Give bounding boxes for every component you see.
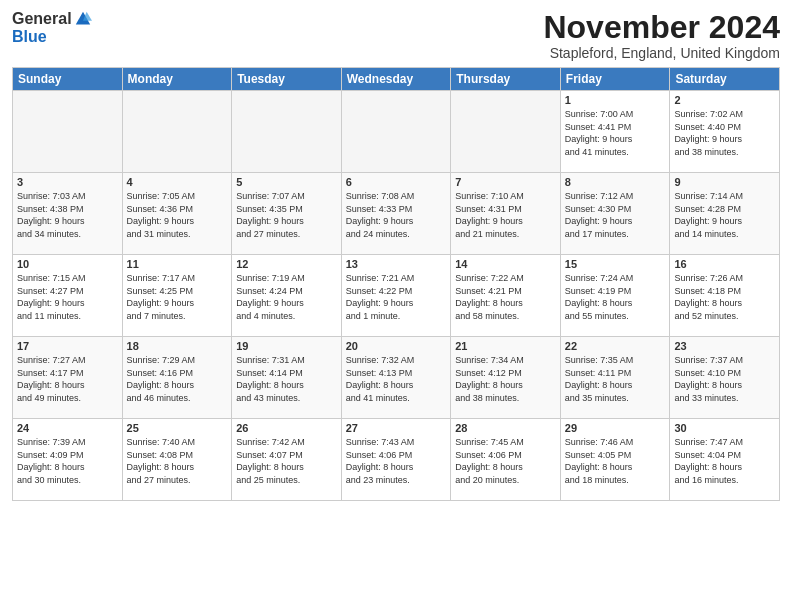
calendar-cell: 26Sunrise: 7:42 AM Sunset: 4:07 PM Dayli… <box>232 419 342 501</box>
calendar-cell <box>13 91 123 173</box>
day-number: 30 <box>674 422 775 434</box>
day-number: 16 <box>674 258 775 270</box>
day-number: 1 <box>565 94 666 106</box>
day-info: Sunrise: 7:02 AM Sunset: 4:40 PM Dayligh… <box>674 108 775 158</box>
calendar-cell: 29Sunrise: 7:46 AM Sunset: 4:05 PM Dayli… <box>560 419 670 501</box>
logo-icon <box>74 10 92 28</box>
calendar-cell: 19Sunrise: 7:31 AM Sunset: 4:14 PM Dayli… <box>232 337 342 419</box>
day-number: 23 <box>674 340 775 352</box>
calendar-header-thursday: Thursday <box>451 68 561 91</box>
month-title: November 2024 <box>543 10 780 45</box>
calendar-cell: 12Sunrise: 7:19 AM Sunset: 4:24 PM Dayli… <box>232 255 342 337</box>
day-info: Sunrise: 7:15 AM Sunset: 4:27 PM Dayligh… <box>17 272 118 322</box>
day-info: Sunrise: 7:27 AM Sunset: 4:17 PM Dayligh… <box>17 354 118 404</box>
day-info: Sunrise: 7:24 AM Sunset: 4:19 PM Dayligh… <box>565 272 666 322</box>
calendar-cell: 30Sunrise: 7:47 AM Sunset: 4:04 PM Dayli… <box>670 419 780 501</box>
calendar-cell: 28Sunrise: 7:45 AM Sunset: 4:06 PM Dayli… <box>451 419 561 501</box>
day-info: Sunrise: 7:00 AM Sunset: 4:41 PM Dayligh… <box>565 108 666 158</box>
day-number: 3 <box>17 176 118 188</box>
calendar-cell <box>232 91 342 173</box>
calendar-cell: 8Sunrise: 7:12 AM Sunset: 4:30 PM Daylig… <box>560 173 670 255</box>
calendar-cell: 13Sunrise: 7:21 AM Sunset: 4:22 PM Dayli… <box>341 255 451 337</box>
day-number: 8 <box>565 176 666 188</box>
calendar-cell: 4Sunrise: 7:05 AM Sunset: 4:36 PM Daylig… <box>122 173 232 255</box>
day-number: 29 <box>565 422 666 434</box>
day-info: Sunrise: 7:39 AM Sunset: 4:09 PM Dayligh… <box>17 436 118 486</box>
day-info: Sunrise: 7:42 AM Sunset: 4:07 PM Dayligh… <box>236 436 337 486</box>
calendar-cell: 2Sunrise: 7:02 AM Sunset: 4:40 PM Daylig… <box>670 91 780 173</box>
day-number: 25 <box>127 422 228 434</box>
location: Stapleford, England, United Kingdom <box>543 45 780 61</box>
day-info: Sunrise: 7:07 AM Sunset: 4:35 PM Dayligh… <box>236 190 337 240</box>
day-info: Sunrise: 7:45 AM Sunset: 4:06 PM Dayligh… <box>455 436 556 486</box>
day-info: Sunrise: 7:12 AM Sunset: 4:30 PM Dayligh… <box>565 190 666 240</box>
day-info: Sunrise: 7:10 AM Sunset: 4:31 PM Dayligh… <box>455 190 556 240</box>
calendar-cell: 18Sunrise: 7:29 AM Sunset: 4:16 PM Dayli… <box>122 337 232 419</box>
day-info: Sunrise: 7:22 AM Sunset: 4:21 PM Dayligh… <box>455 272 556 322</box>
calendar-cell: 1Sunrise: 7:00 AM Sunset: 4:41 PM Daylig… <box>560 91 670 173</box>
day-info: Sunrise: 7:03 AM Sunset: 4:38 PM Dayligh… <box>17 190 118 240</box>
calendar-cell: 22Sunrise: 7:35 AM Sunset: 4:11 PM Dayli… <box>560 337 670 419</box>
day-number: 4 <box>127 176 228 188</box>
calendar-header-tuesday: Tuesday <box>232 68 342 91</box>
day-info: Sunrise: 7:43 AM Sunset: 4:06 PM Dayligh… <box>346 436 447 486</box>
title-section: November 2024 Stapleford, England, Unite… <box>543 10 780 61</box>
day-info: Sunrise: 7:31 AM Sunset: 4:14 PM Dayligh… <box>236 354 337 404</box>
day-number: 20 <box>346 340 447 352</box>
calendar-cell <box>451 91 561 173</box>
day-info: Sunrise: 7:19 AM Sunset: 4:24 PM Dayligh… <box>236 272 337 322</box>
day-info: Sunrise: 7:47 AM Sunset: 4:04 PM Dayligh… <box>674 436 775 486</box>
calendar-cell <box>122 91 232 173</box>
calendar-cell: 10Sunrise: 7:15 AM Sunset: 4:27 PM Dayli… <box>13 255 123 337</box>
day-number: 17 <box>17 340 118 352</box>
calendar-cell: 23Sunrise: 7:37 AM Sunset: 4:10 PM Dayli… <box>670 337 780 419</box>
calendar-week-row: 1Sunrise: 7:00 AM Sunset: 4:41 PM Daylig… <box>13 91 780 173</box>
calendar-cell: 11Sunrise: 7:17 AM Sunset: 4:25 PM Dayli… <box>122 255 232 337</box>
day-number: 19 <box>236 340 337 352</box>
logo: General Blue <box>12 10 92 46</box>
page-container: General Blue November 2024 Stapleford, E… <box>0 0 792 612</box>
day-number: 22 <box>565 340 666 352</box>
calendar-cell: 21Sunrise: 7:34 AM Sunset: 4:12 PM Dayli… <box>451 337 561 419</box>
day-info: Sunrise: 7:35 AM Sunset: 4:11 PM Dayligh… <box>565 354 666 404</box>
day-number: 13 <box>346 258 447 270</box>
calendar-cell: 16Sunrise: 7:26 AM Sunset: 4:18 PM Dayli… <box>670 255 780 337</box>
calendar-cell <box>341 91 451 173</box>
day-info: Sunrise: 7:05 AM Sunset: 4:36 PM Dayligh… <box>127 190 228 240</box>
day-info: Sunrise: 7:26 AM Sunset: 4:18 PM Dayligh… <box>674 272 775 322</box>
day-number: 28 <box>455 422 556 434</box>
day-number: 14 <box>455 258 556 270</box>
day-number: 15 <box>565 258 666 270</box>
calendar-header-monday: Monday <box>122 68 232 91</box>
calendar-header-row: SundayMondayTuesdayWednesdayThursdayFrid… <box>13 68 780 91</box>
calendar-cell: 15Sunrise: 7:24 AM Sunset: 4:19 PM Dayli… <box>560 255 670 337</box>
day-number: 5 <box>236 176 337 188</box>
calendar-cell: 7Sunrise: 7:10 AM Sunset: 4:31 PM Daylig… <box>451 173 561 255</box>
calendar-cell: 9Sunrise: 7:14 AM Sunset: 4:28 PM Daylig… <box>670 173 780 255</box>
day-number: 18 <box>127 340 228 352</box>
day-info: Sunrise: 7:29 AM Sunset: 4:16 PM Dayligh… <box>127 354 228 404</box>
header: General Blue November 2024 Stapleford, E… <box>12 10 780 61</box>
day-number: 21 <box>455 340 556 352</box>
calendar-cell: 25Sunrise: 7:40 AM Sunset: 4:08 PM Dayli… <box>122 419 232 501</box>
calendar-cell: 24Sunrise: 7:39 AM Sunset: 4:09 PM Dayli… <box>13 419 123 501</box>
calendar-cell: 27Sunrise: 7:43 AM Sunset: 4:06 PM Dayli… <box>341 419 451 501</box>
logo-general-text: General <box>12 10 72 28</box>
logo-blue-text: Blue <box>12 28 47 46</box>
calendar-header-friday: Friday <box>560 68 670 91</box>
day-info: Sunrise: 7:17 AM Sunset: 4:25 PM Dayligh… <box>127 272 228 322</box>
day-number: 7 <box>455 176 556 188</box>
day-info: Sunrise: 7:40 AM Sunset: 4:08 PM Dayligh… <box>127 436 228 486</box>
day-number: 6 <box>346 176 447 188</box>
calendar-week-row: 17Sunrise: 7:27 AM Sunset: 4:17 PM Dayli… <box>13 337 780 419</box>
day-number: 27 <box>346 422 447 434</box>
calendar-cell: 17Sunrise: 7:27 AM Sunset: 4:17 PM Dayli… <box>13 337 123 419</box>
day-number: 11 <box>127 258 228 270</box>
day-number: 2 <box>674 94 775 106</box>
day-info: Sunrise: 7:32 AM Sunset: 4:13 PM Dayligh… <box>346 354 447 404</box>
day-info: Sunrise: 7:21 AM Sunset: 4:22 PM Dayligh… <box>346 272 447 322</box>
calendar-table: SundayMondayTuesdayWednesdayThursdayFrid… <box>12 67 780 501</box>
day-info: Sunrise: 7:37 AM Sunset: 4:10 PM Dayligh… <box>674 354 775 404</box>
calendar-week-row: 10Sunrise: 7:15 AM Sunset: 4:27 PM Dayli… <box>13 255 780 337</box>
calendar-header-wednesday: Wednesday <box>341 68 451 91</box>
